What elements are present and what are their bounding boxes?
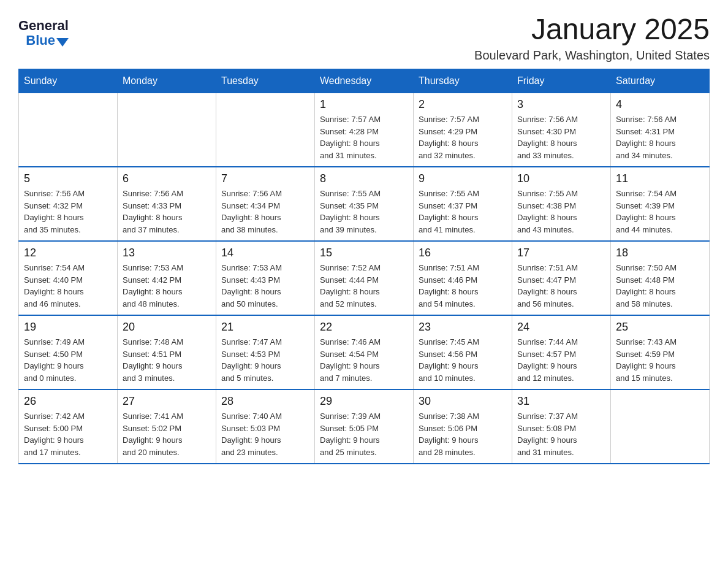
day-info: Sunrise: 7:56 AMSunset: 4:32 PMDaylight:… (24, 188, 112, 236)
day-number: 17 (517, 247, 605, 259)
day-number: 3 (517, 98, 605, 111)
day-info: Sunrise: 7:50 AMSunset: 4:48 PMDaylight:… (616, 262, 704, 310)
day-number: 24 (517, 321, 605, 334)
calendar-cell: 2Sunrise: 7:57 AMSunset: 4:29 PMDaylight… (414, 93, 512, 167)
day-info: Sunrise: 7:56 AMSunset: 4:31 PMDaylight:… (616, 113, 704, 161)
calendar-table: SundayMondayTuesdayWednesdayThursdayFrid… (18, 69, 710, 464)
day-info: Sunrise: 7:48 AMSunset: 4:51 PMDaylight:… (123, 336, 211, 384)
calendar-cell: 27Sunrise: 7:41 AMSunset: 5:02 PMDayligh… (118, 389, 216, 464)
header-friday: Friday (512, 69, 611, 93)
calendar-cell: 26Sunrise: 7:42 AMSunset: 5:00 PMDayligh… (19, 389, 118, 464)
calendar-cell: 6Sunrise: 7:56 AMSunset: 4:33 PMDaylight… (118, 167, 216, 241)
day-number: 6 (123, 172, 211, 185)
day-info: Sunrise: 7:53 AMSunset: 4:43 PMDaylight:… (221, 262, 309, 310)
day-number: 2 (419, 98, 507, 111)
day-info: Sunrise: 7:47 AMSunset: 4:53 PMDaylight:… (221, 336, 309, 384)
day-number: 18 (616, 247, 704, 259)
calendar-cell: 12Sunrise: 7:54 AMSunset: 4:40 PMDayligh… (19, 241, 118, 315)
day-number: 13 (123, 247, 211, 259)
day-number: 23 (419, 321, 507, 334)
day-info: Sunrise: 7:55 AMSunset: 4:38 PMDaylight:… (517, 188, 605, 236)
day-number: 19 (24, 321, 112, 334)
week-row-1: 1Sunrise: 7:57 AMSunset: 4:28 PMDaylight… (19, 93, 710, 167)
day-number: 10 (517, 172, 605, 185)
day-number: 16 (419, 247, 507, 259)
month-title: January 2025 (474, 12, 710, 46)
calendar-cell: 16Sunrise: 7:51 AMSunset: 4:46 PMDayligh… (414, 241, 512, 315)
header-monday: Monday (118, 69, 216, 93)
day-info: Sunrise: 7:57 AMSunset: 4:28 PMDaylight:… (320, 113, 408, 161)
calendar-cell: 25Sunrise: 7:43 AMSunset: 4:59 PMDayligh… (611, 315, 710, 389)
calendar-cell (19, 93, 118, 167)
location-subtitle: Boulevard Park, Washington, United State… (474, 48, 710, 63)
calendar-cell: 11Sunrise: 7:54 AMSunset: 4:39 PMDayligh… (611, 167, 710, 241)
day-number: 22 (320, 321, 408, 334)
calendar-cell: 28Sunrise: 7:40 AMSunset: 5:03 PMDayligh… (216, 389, 315, 464)
day-info: Sunrise: 7:54 AMSunset: 4:39 PMDaylight:… (616, 188, 704, 236)
day-number: 27 (123, 395, 211, 408)
day-number: 8 (320, 172, 408, 185)
day-number: 31 (517, 395, 605, 408)
calendar-header-row: SundayMondayTuesdayWednesdayThursdayFrid… (19, 69, 710, 93)
logo: General Blue (18, 18, 69, 48)
header-sunday: Sunday (19, 69, 118, 93)
day-number: 30 (419, 395, 507, 408)
day-info: Sunrise: 7:42 AMSunset: 5:00 PMDaylight:… (24, 410, 112, 458)
calendar-cell: 15Sunrise: 7:52 AMSunset: 4:44 PMDayligh… (315, 241, 414, 315)
day-info: Sunrise: 7:53 AMSunset: 4:42 PMDaylight:… (123, 262, 211, 310)
day-number: 7 (221, 172, 309, 185)
day-info: Sunrise: 7:37 AMSunset: 5:08 PMDaylight:… (517, 410, 605, 458)
day-info: Sunrise: 7:43 AMSunset: 4:59 PMDaylight:… (616, 336, 704, 384)
day-number: 5 (24, 172, 112, 185)
calendar-cell: 10Sunrise: 7:55 AMSunset: 4:38 PMDayligh… (512, 167, 611, 241)
calendar-cell: 1Sunrise: 7:57 AMSunset: 4:28 PMDaylight… (315, 93, 414, 167)
calendar-cell: 3Sunrise: 7:56 AMSunset: 4:30 PMDaylight… (512, 93, 611, 167)
calendar-cell (611, 389, 710, 464)
day-info: Sunrise: 7:56 AMSunset: 4:30 PMDaylight:… (517, 113, 605, 161)
day-info: Sunrise: 7:57 AMSunset: 4:29 PMDaylight:… (419, 113, 507, 161)
calendar-cell: 20Sunrise: 7:48 AMSunset: 4:51 PMDayligh… (118, 315, 216, 389)
day-info: Sunrise: 7:55 AMSunset: 4:35 PMDaylight:… (320, 188, 408, 236)
calendar-cell: 21Sunrise: 7:47 AMSunset: 4:53 PMDayligh… (216, 315, 315, 389)
day-number: 11 (616, 172, 704, 185)
day-number: 1 (320, 98, 408, 111)
day-number: 29 (320, 395, 408, 408)
week-row-2: 5Sunrise: 7:56 AMSunset: 4:32 PMDaylight… (19, 167, 710, 241)
day-info: Sunrise: 7:54 AMSunset: 4:40 PMDaylight:… (24, 262, 112, 310)
calendar-cell: 19Sunrise: 7:49 AMSunset: 4:50 PMDayligh… (19, 315, 118, 389)
week-row-5: 26Sunrise: 7:42 AMSunset: 5:00 PMDayligh… (19, 389, 710, 464)
day-info: Sunrise: 7:45 AMSunset: 4:56 PMDaylight:… (419, 336, 507, 384)
calendar-cell: 30Sunrise: 7:38 AMSunset: 5:06 PMDayligh… (414, 389, 512, 464)
calendar-cell: 18Sunrise: 7:50 AMSunset: 4:48 PMDayligh… (611, 241, 710, 315)
calendar-cell: 8Sunrise: 7:55 AMSunset: 4:35 PMDaylight… (315, 167, 414, 241)
calendar-cell: 9Sunrise: 7:55 AMSunset: 4:37 PMDaylight… (414, 167, 512, 241)
day-info: Sunrise: 7:44 AMSunset: 4:57 PMDaylight:… (517, 336, 605, 384)
calendar-cell: 17Sunrise: 7:51 AMSunset: 4:47 PMDayligh… (512, 241, 611, 315)
calendar-cell: 7Sunrise: 7:56 AMSunset: 4:34 PMDaylight… (216, 167, 315, 241)
calendar-cell: 31Sunrise: 7:37 AMSunset: 5:08 PMDayligh… (512, 389, 611, 464)
week-row-3: 12Sunrise: 7:54 AMSunset: 4:40 PMDayligh… (19, 241, 710, 315)
day-info: Sunrise: 7:46 AMSunset: 4:54 PMDaylight:… (320, 336, 408, 384)
day-info: Sunrise: 7:52 AMSunset: 4:44 PMDaylight:… (320, 262, 408, 310)
day-info: Sunrise: 7:49 AMSunset: 4:50 PMDaylight:… (24, 336, 112, 384)
day-info: Sunrise: 7:40 AMSunset: 5:03 PMDaylight:… (221, 410, 309, 458)
calendar-cell: 23Sunrise: 7:45 AMSunset: 4:56 PMDayligh… (414, 315, 512, 389)
day-number: 4 (616, 98, 704, 111)
day-info: Sunrise: 7:38 AMSunset: 5:06 PMDaylight:… (419, 410, 507, 458)
header-saturday: Saturday (611, 69, 710, 93)
title-area: January 2025 Boulevard Park, Washington,… (474, 12, 710, 63)
day-info: Sunrise: 7:56 AMSunset: 4:34 PMDaylight:… (221, 188, 309, 236)
day-number: 28 (221, 395, 309, 408)
day-number: 15 (320, 247, 408, 259)
calendar-cell: 29Sunrise: 7:39 AMSunset: 5:05 PMDayligh… (315, 389, 414, 464)
day-info: Sunrise: 7:51 AMSunset: 4:47 PMDaylight:… (517, 262, 605, 310)
logo-blue: Blue (26, 33, 55, 48)
calendar-cell: 13Sunrise: 7:53 AMSunset: 4:42 PMDayligh… (118, 241, 216, 315)
calendar-cell (216, 93, 315, 167)
day-number: 26 (24, 395, 112, 408)
calendar-cell (118, 93, 216, 167)
day-info: Sunrise: 7:56 AMSunset: 4:33 PMDaylight:… (123, 188, 211, 236)
day-number: 20 (123, 321, 211, 334)
header-wednesday: Wednesday (315, 69, 414, 93)
logo-triangle-icon (56, 38, 69, 47)
